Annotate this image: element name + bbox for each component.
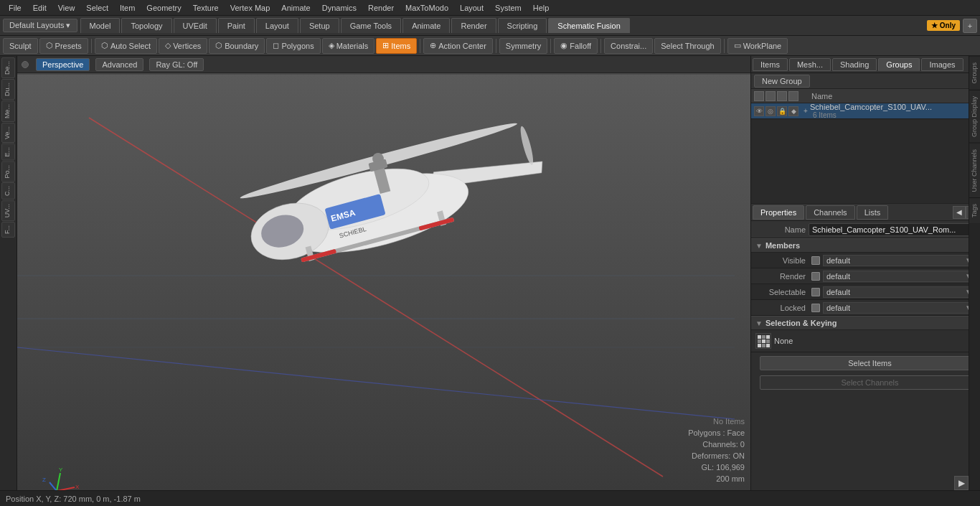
visible-dropdown[interactable]: default ▼	[823, 255, 976, 266]
tab-render[interactable]: Render	[451, 18, 496, 33]
vertices-button[interactable]: ◇ Vertices	[159, 38, 207, 54]
menu-layout[interactable]: Layout	[454, 2, 489, 14]
menu-file[interactable]: File	[3, 2, 27, 14]
action-center-button[interactable]: ⊕ Action Center	[423, 38, 493, 54]
groups-tabs: Items Mesh... Shading Groups Images	[751, 56, 980, 73]
edge-tab-groups[interactable]: Groups	[969, 56, 980, 90]
sidebar-item-1[interactable]: Du...	[1, 79, 15, 100]
tab-schematic-fusion[interactable]: Schematic Fusion	[548, 18, 629, 33]
tab-topology[interactable]: Topology	[121, 18, 171, 33]
star-badge[interactable]: ★ Only	[927, 20, 960, 31]
sidebar-item-6[interactable]: C...	[1, 182, 15, 200]
layout-dropdown[interactable]: Default Layouts ▾	[3, 19, 77, 32]
sidebar-item-4[interactable]: E...	[1, 144, 15, 161]
separator-5	[600, 39, 601, 53]
falloff-button[interactable]: ◉ Falloff	[554, 38, 598, 54]
sidebar-item-3[interactable]: Ve...	[1, 123, 15, 143]
group-cam-btn[interactable]: ◎	[765, 106, 776, 116]
tab-paint[interactable]: Paint	[218, 18, 255, 33]
menu-item[interactable]: Item	[114, 2, 141, 14]
edge-tab-group-display[interactable]: Group Display	[969, 90, 980, 143]
prop-corner-left[interactable]: ◀	[953, 206, 966, 219]
polygons-button[interactable]: ◻ Polygons	[266, 38, 320, 54]
auto-select-button[interactable]: ⬡ Auto Select	[95, 38, 157, 54]
select-through-button[interactable]: Select Through	[654, 38, 720, 54]
select-btns-row: Select Items Select Channels	[751, 352, 980, 393]
sidebar-item-5[interactable]: Po...	[1, 161, 15, 182]
selectable-dropdown[interactable]: default ▼	[823, 286, 976, 298]
render-dropdown[interactable]: default ▼	[823, 271, 976, 282]
group-key-btn[interactable]: ◆	[788, 106, 798, 116]
prop-tab-channels[interactable]: Channels	[806, 205, 854, 220]
edge-tab-tags[interactable]: Tags	[969, 197, 980, 223]
select-channels-button[interactable]: Select Channels	[760, 375, 980, 390]
tab-animate[interactable]: Animate	[402, 18, 450, 33]
prop-name-input[interactable]	[809, 223, 976, 236]
tab-layout[interactable]: Layout	[256, 18, 298, 33]
groups-tab-groups[interactable]: Groups	[878, 58, 920, 71]
symmetry-button[interactable]: Symmetry	[499, 38, 548, 54]
keying-dot-2	[762, 335, 765, 339]
groups-tab-images[interactable]: Images	[921, 58, 963, 71]
constrai-button[interactable]: Constrai...	[604, 38, 653, 54]
menu-edit[interactable]: Edit	[27, 2, 52, 14]
prop-tab-properties[interactable]: Properties	[753, 205, 804, 220]
new-group-button[interactable]: New Group	[754, 75, 810, 88]
viewport-area[interactable]: Perspective Advanced Ray GL: Off ↺ ⊕ ⊞ □…	[17, 56, 750, 490]
list-icon-cols	[754, 91, 811, 101]
group-lock-btn[interactable]: 🔒	[777, 106, 787, 116]
selection-keying-section-header[interactable]: ▼ Selection & Keying	[751, 316, 980, 330]
groups-tab-items[interactable]: Items	[753, 58, 788, 71]
menu-system[interactable]: System	[489, 2, 527, 14]
visible-row: Visible default ▼	[751, 253, 980, 268]
menu-dynamics[interactable]: Dynamics	[316, 2, 362, 14]
group-list-item[interactable]: 👁 ◎ 🔒 ◆ + Schiebel_Camcopter_S100_UAV...…	[751, 103, 980, 119]
menu-view[interactable]: View	[52, 2, 81, 14]
list-header-name: Name	[811, 92, 832, 100]
sidebar-item-8[interactable]: F...	[1, 222, 15, 238]
viewport-tab-perspective[interactable]: Perspective	[36, 58, 90, 71]
panel-arrow-right-button[interactable]: ▶	[954, 476, 969, 490]
items-button[interactable]: ⊞ Items	[376, 38, 417, 54]
menu-help[interactable]: Help	[527, 2, 555, 14]
viewport-tab-advanced[interactable]: Advanced	[95, 58, 143, 71]
members-section-header[interactable]: ▼ Members	[751, 238, 980, 253]
sidebar-item-0[interactable]: De...	[1, 57, 15, 78]
menu-geometry[interactable]: Geometry	[141, 2, 187, 14]
add-layout-button[interactable]: +	[963, 19, 977, 33]
viewport-3d-canvas[interactable]: EMSA SCHIEBL	[17, 75, 750, 490]
menu-render[interactable]: Render	[362, 2, 400, 14]
groups-tab-mesh[interactable]: Mesh...	[789, 58, 831, 71]
menu-select[interactable]: Select	[80, 2, 114, 14]
presets-button[interactable]: ⬡ Presets	[39, 38, 88, 54]
group-expand-btn[interactable]: +	[801, 107, 810, 116]
menu-texture[interactable]: Texture	[187, 2, 225, 14]
groups-tab-shading[interactable]: Shading	[832, 58, 877, 71]
materials-button[interactable]: ◈ Materials	[322, 38, 375, 54]
menu-animate[interactable]: Animate	[275, 2, 316, 14]
tab-model[interactable]: Model	[80, 18, 121, 33]
group-eye-btn[interactable]: 👁	[754, 106, 764, 116]
tab-uvedit[interactable]: UVEdit	[174, 18, 217, 33]
groups-list[interactable]: 👁 ◎ 🔒 ◆ + Schiebel_Camcopter_S100_UAV...…	[751, 103, 980, 204]
locked-dropdown[interactable]: default ▼	[823, 302, 976, 314]
menu-maxtomodo[interactable]: MaxToModo	[400, 2, 454, 14]
edge-tab-user-channels[interactable]: User Channels	[969, 143, 980, 198]
select-items-button[interactable]: Select Items	[760, 356, 980, 370]
workplane-button[interactable]: ▭ WorkPlane	[727, 38, 788, 54]
tab-game-tools[interactable]: Game Tools	[341, 18, 402, 33]
sidebar-item-7[interactable]: UV...	[1, 200, 15, 221]
menu-vertex-map[interactable]: Vertex Map	[225, 2, 276, 14]
boundary-button[interactable]: ⬡ Boundary	[209, 38, 265, 54]
sculpt-button[interactable]: Sculpt	[3, 38, 38, 54]
vertices-icon: ◇	[165, 41, 171, 50]
prop-tab-lists[interactable]: Lists	[857, 205, 889, 220]
selectable-row: Selectable default ▼	[751, 284, 980, 300]
keying-value-label: None	[774, 337, 793, 345]
tab-scripting[interactable]: Scripting	[498, 18, 547, 33]
sidebar-item-2[interactable]: Me...	[1, 100, 15, 122]
viewport-info: No Items Polygons : Face Channels: 0 Def…	[688, 416, 745, 484]
tab-setup[interactable]: Setup	[300, 18, 339, 33]
viewport-deformers: Deformers: ON	[688, 450, 745, 462]
viewport-tab-raygl[interactable]: Ray GL: Off	[149, 58, 204, 71]
